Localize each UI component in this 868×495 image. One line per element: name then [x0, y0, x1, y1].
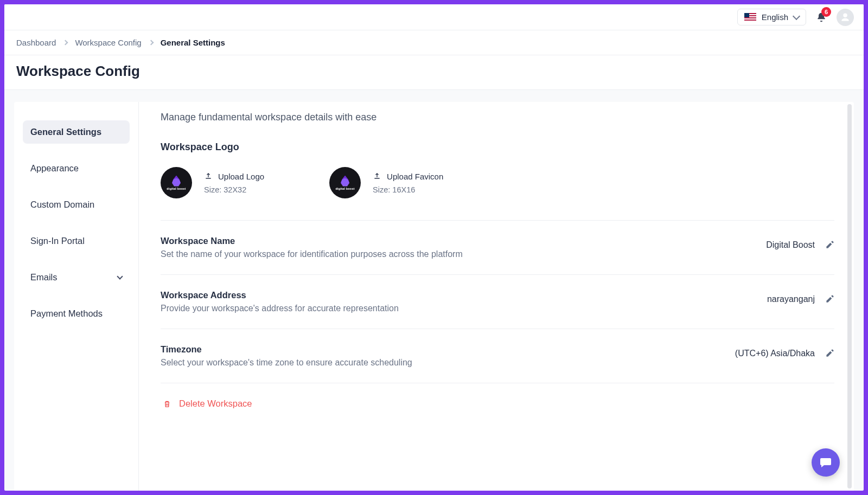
- flame-icon: [171, 176, 181, 187]
- trash-icon: [163, 399, 171, 409]
- sidebar-item-sign-in-portal[interactable]: Sign-In Portal: [23, 229, 130, 253]
- setting-row-timezone: Timezone Select your workspace's time zo…: [161, 344, 834, 368]
- setting-row-workspace-address: Workspace Address Provide your workspace…: [161, 290, 834, 313]
- logo-group-logo: digital boost Upload Logo Size: 32X32: [161, 167, 264, 198]
- setting-title: Timezone: [161, 344, 412, 355]
- edit-workspace-name-button[interactable]: [825, 240, 834, 250]
- setting-value-workspace-name: Digital Boost: [766, 240, 815, 250]
- upload-icon: [204, 172, 213, 181]
- notification-count-badge: 6: [821, 7, 831, 17]
- upload-favicon-label: Upload Favicon: [387, 172, 443, 181]
- workspace-logo-heading: Workspace Logo: [161, 142, 834, 153]
- user-avatar[interactable]: [837, 9, 854, 26]
- divider: [161, 329, 834, 329]
- top-bar: English 6: [4, 4, 864, 30]
- sidebar-item-emails[interactable]: Emails: [23, 266, 130, 289]
- sidebar-item-label: Sign-In Portal: [30, 236, 85, 246]
- workspace-favicon-preview: digital boost: [329, 167, 361, 198]
- edit-timezone-button[interactable]: [825, 349, 834, 358]
- setting-desc: Select your workspace's time zone to ens…: [161, 358, 412, 368]
- sidebar-item-label: General Settings: [30, 127, 101, 137]
- setting-desc: Provide your workspace's address for acc…: [161, 304, 399, 313]
- setting-title: Workspace Address: [161, 290, 399, 300]
- delete-workspace-label: Delete Workspace: [179, 398, 252, 409]
- language-select[interactable]: English: [737, 9, 806, 25]
- edit-workspace-address-button[interactable]: [825, 294, 834, 304]
- divider: [161, 274, 834, 275]
- sidebar-item-general-settings[interactable]: General Settings: [23, 120, 130, 144]
- breadcrumb: Dashboard Workspace Config General Setti…: [4, 30, 864, 55]
- flag-us-icon: [744, 13, 756, 21]
- upload-logo-button[interactable]: Upload Logo: [204, 172, 264, 181]
- chevron-right-icon: [148, 40, 154, 46]
- divider: [161, 383, 834, 383]
- setting-row-workspace-name: Workspace Name Set the name of your work…: [161, 236, 834, 259]
- setting-value-workspace-address: narayanganj: [767, 294, 815, 304]
- page-title: Workspace Config: [4, 55, 864, 90]
- upload-logo-size: Size: 32X32: [204, 185, 264, 194]
- main-panel: Manage fundamental workspace details wit…: [139, 102, 854, 491]
- upload-logo-label: Upload Logo: [218, 172, 264, 181]
- breadcrumb-workspace-config[interactable]: Workspace Config: [75, 38, 141, 47]
- chevron-right-icon: [63, 40, 68, 46]
- breadcrumb-dashboard[interactable]: Dashboard: [16, 38, 56, 47]
- setting-desc: Set the name of your workspace for ident…: [161, 249, 463, 259]
- logo-group-favicon: digital boost Upload Favicon Size: 16X16: [329, 167, 443, 198]
- breadcrumb-general-settings: General Settings: [161, 38, 225, 47]
- notification-bell[interactable]: 6: [816, 11, 827, 23]
- logo-brand-text: digital boost: [167, 187, 186, 190]
- setting-value-timezone: (UTC+6) Asia/Dhaka: [735, 349, 815, 358]
- delete-workspace-button[interactable]: Delete Workspace: [163, 398, 834, 409]
- sidebar-item-label: Appearance: [30, 163, 79, 173]
- chevron-down-icon: [793, 12, 800, 20]
- workspace-logo-preview: digital boost: [161, 167, 192, 198]
- scrollbar[interactable]: [847, 104, 852, 488]
- section-lead: Manage fundamental workspace details wit…: [161, 112, 834, 123]
- intercom-launcher[interactable]: [812, 448, 840, 477]
- upload-favicon-size: Size: 16X16: [373, 185, 443, 194]
- sidebar-item-appearance[interactable]: Appearance: [23, 157, 130, 180]
- divider: [161, 220, 834, 221]
- sidebar-item-custom-domain[interactable]: Custom Domain: [23, 193, 130, 216]
- logo-upload-row: digital boost Upload Logo Size: 32X32 di…: [161, 167, 834, 198]
- sidebar-item-label: Custom Domain: [30, 200, 94, 210]
- sidebar-item-payment-methods[interactable]: Payment Methods: [23, 302, 130, 325]
- settings-sidebar: General Settings Appearance Custom Domai…: [14, 102, 139, 491]
- upload-icon: [373, 172, 381, 181]
- flame-icon: [340, 176, 350, 187]
- sidebar-item-label: Payment Methods: [30, 308, 103, 319]
- language-label: English: [762, 12, 788, 22]
- sidebar-item-label: Emails: [30, 272, 58, 282]
- content-area: General Settings Appearance Custom Domai…: [4, 90, 864, 491]
- setting-title: Workspace Name: [161, 236, 463, 246]
- chevron-down-icon: [117, 273, 123, 279]
- favicon-brand-text: digital boost: [335, 187, 354, 190]
- user-icon: [840, 12, 851, 23]
- upload-favicon-button[interactable]: Upload Favicon: [373, 172, 443, 181]
- chat-icon: [819, 456, 832, 469]
